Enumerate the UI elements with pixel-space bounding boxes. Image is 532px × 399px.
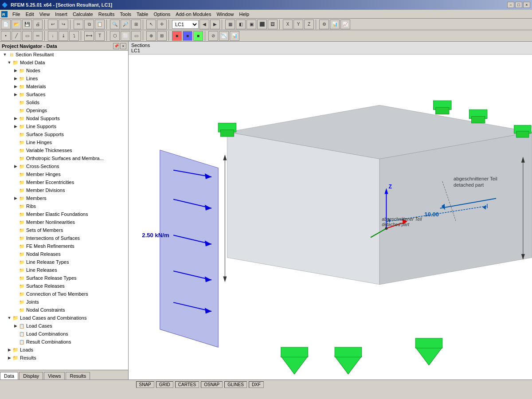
tree-item-nodal-supports[interactable]: ▶ 📁 Nodal Supports [0, 114, 128, 122]
tree-item-nodal-constraints[interactable]: 📁 Nodal Constraints [0, 306, 128, 314]
close-button[interactable]: × [523, 2, 530, 8]
tree-item-model-data[interactable]: ▼ 📁 Model Data [0, 59, 128, 66]
tree-item-nodes[interactable]: ▶ 📁 Nodes [0, 66, 128, 74]
tree-item-connection-two-members[interactable]: 📁 Connection of Two Members [0, 290, 128, 298]
tree-item-intersections[interactable]: 📁 Intersections of Surfaces [0, 234, 128, 242]
save-button[interactable]: 💾 [22, 20, 32, 29]
cut-button[interactable]: ✂ [74, 20, 83, 29]
extra-btn2[interactable]: 📊 [330, 20, 340, 29]
view-front-btn[interactable]: ⬜ [121, 31, 130, 41]
grid-btn[interactable]: ⊞ [157, 31, 167, 41]
tree-item-load-cases-sub[interactable]: ▶ 📋 Load Cases [0, 322, 128, 330]
tree-item-line-hinges[interactable]: 📁 Line Hinges [0, 138, 128, 146]
panel-pin-button[interactable]: 📌 [113, 43, 119, 49]
line-btn[interactable]: ╱ [12, 31, 21, 41]
axis-btn1[interactable]: X [283, 20, 293, 29]
render-btn1[interactable]: ▦ [225, 20, 235, 29]
dim-btn[interactable]: ⟷ [84, 31, 94, 41]
node-btn[interactable]: • [1, 31, 11, 41]
menu-edit[interactable]: Edit [23, 11, 37, 18]
minimize-button[interactable]: − [507, 2, 514, 8]
menu-view[interactable]: View [37, 11, 53, 18]
open-button[interactable]: 📂 [12, 20, 21, 29]
menu-results[interactable]: Results [96, 11, 117, 18]
section-btn[interactable]: ⊘ [208, 31, 218, 41]
zoom-all-button[interactable]: ⊞ [131, 20, 141, 29]
select-button[interactable]: ↖ [146, 20, 156, 29]
zoom-in-button[interactable]: 🔍 [110, 20, 120, 29]
menu-tools[interactable]: Tools [117, 11, 134, 18]
menu-addon[interactable]: Add-on Modules [173, 11, 214, 18]
tree-item-members[interactable]: ▶ 📁 Members [0, 194, 128, 202]
menu-file[interactable]: File [10, 11, 23, 18]
extra-btn1[interactable]: ⚙ [319, 20, 329, 29]
grid-button[interactable]: GRID [156, 381, 173, 388]
osnap-button[interactable]: OSNAP [201, 381, 223, 388]
tree-item-line-releases[interactable]: 📁 Line Releases [0, 266, 128, 274]
tree-item-results[interactable]: ▶ 📁 Results [0, 354, 128, 362]
menu-window[interactable]: Window [214, 11, 236, 18]
menu-help[interactable]: Help [237, 11, 252, 18]
render-btn3[interactable]: ▣ [246, 20, 256, 29]
tree-item-lines[interactable]: ▶ 📁 Lines [0, 74, 128, 82]
tree-item-member-elastic[interactable]: 📁 Member Elastic Foundations [0, 210, 128, 218]
tree-item-ribs[interactable]: 📁 Ribs [0, 202, 128, 210]
undo-button[interactable]: ↩ [48, 20, 58, 29]
color-btn1[interactable]: ■ [172, 31, 182, 41]
tree-item-sets-of-members[interactable]: 📁 Sets of Members [0, 226, 128, 234]
prev-lc-button[interactable]: ◀ [200, 20, 209, 29]
app-menu-icon[interactable]: R [1, 11, 8, 18]
next-lc-button[interactable]: ▶ [210, 20, 220, 29]
tree-item-surface-release-types[interactable]: 📁 Surface Release Types [0, 274, 128, 282]
tree-item-orthotropic[interactable]: 📁 Orthotropic Surfaces and Membra... [0, 154, 128, 162]
tree-item-loads[interactable]: ▶ 📁 Loads [0, 346, 128, 354]
menu-calculate[interactable]: Calculate [70, 11, 96, 18]
tree-item-surfaces[interactable]: ▶ 📁 Surfaces [0, 90, 128, 98]
result-btn2[interactable]: 📊 [230, 31, 239, 41]
view-side-btn[interactable]: ▭ [131, 31, 141, 41]
tree-item-variable-thicknesses[interactable]: 📁 Variable Thicknesses [0, 146, 128, 154]
tree-item-member-hinges[interactable]: 📁 Member Hinges [0, 170, 128, 178]
result-btn1[interactable]: 📉 [219, 31, 229, 41]
tab-views[interactable]: Views [44, 372, 65, 379]
tree-item-fe-mesh[interactable]: 📁 FE Mesh Refinements [0, 242, 128, 250]
tree-item-joints[interactable]: 📁 Joints [0, 298, 128, 306]
render-btn4[interactable]: ⬛ [257, 20, 267, 29]
color-btn3[interactable]: ■ [193, 31, 203, 41]
tree-item-member-eccentricities[interactable]: 📁 Member Eccentricities [0, 178, 128, 186]
snap-btn[interactable]: ⊕ [146, 31, 156, 41]
axis-btn2[interactable]: Y [293, 20, 303, 29]
load-surface-btn[interactable]: ⤵ [69, 31, 79, 41]
tree-item-load-combinations[interactable]: 📋 Load Combinations [0, 330, 128, 338]
text-btn[interactable]: T [95, 31, 105, 41]
menu-options[interactable]: Options [151, 11, 173, 18]
color-btn2[interactable]: ■ [183, 31, 192, 41]
render-btn5[interactable]: 🖼 [268, 20, 278, 29]
scene-area[interactable]: 2.50 kN/m Z [129, 55, 532, 379]
tree-item-member-divisions[interactable]: 📁 Member Divisions [0, 186, 128, 194]
tree-item-surface-releases[interactable]: 📁 Surface Releases [0, 282, 128, 290]
tab-results[interactable]: Results [66, 372, 90, 379]
snap-button[interactable]: SNAP [136, 381, 154, 388]
surface-btn[interactable]: ▭ [22, 31, 32, 41]
cartes-button[interactable]: CARTES [175, 381, 199, 388]
tree-container[interactable]: ▼ 🖥 Section Resultant ▼ 📁 Model Data ▶ 📁… [0, 51, 128, 370]
load-node-btn[interactable]: ↓ [48, 31, 58, 41]
tab-data[interactable]: Data [0, 372, 18, 379]
move-button[interactable]: ✛ [157, 20, 167, 29]
title-bar-controls[interactable]: − □ × [507, 2, 530, 8]
tree-item-load-cases-combo[interactable]: ▼ 📁 Load Cases and Combinations [0, 314, 128, 322]
render-btn2[interactable]: ◧ [236, 20, 246, 29]
paste-button[interactable]: 📋 [95, 20, 105, 29]
tree-item-materials[interactable]: ▶ 📁 Materials [0, 82, 128, 90]
print-button[interactable]: 🖨 [33, 20, 43, 29]
tree-item-openings[interactable]: 📁 Openings [0, 106, 128, 114]
tree-item-root[interactable]: ▼ 🖥 Section Resultant [0, 51, 128, 59]
view3d-btn[interactable]: ⬡ [110, 31, 120, 41]
panel-header-controls[interactable]: 📌 × [113, 43, 126, 49]
load-line-btn[interactable]: ⤓ [59, 31, 68, 41]
tree-item-result-combinations[interactable]: 📋 Result Combinations [0, 338, 128, 346]
copy-button[interactable]: ⧉ [84, 20, 94, 29]
tab-display[interactable]: Display [19, 372, 43, 379]
zoom-out-button[interactable]: 🔎 [121, 20, 130, 29]
